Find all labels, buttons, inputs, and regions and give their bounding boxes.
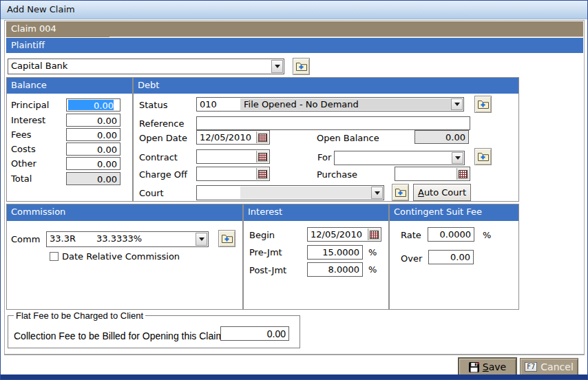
- pre-jmt-label: Pre-Jmt: [249, 247, 282, 257]
- commission-panel-header: Commission: [7, 204, 242, 221]
- chevron-down-icon: [375, 191, 380, 195]
- date-relative-commission-checkbox[interactable]: [50, 252, 59, 261]
- folder-plus-icon: [395, 187, 406, 198]
- open-date-calendar-button[interactable]: [256, 131, 269, 143]
- for-combo-arrow[interactable]: [452, 152, 463, 164]
- comm-code-value: 33.3R: [50, 233, 76, 244]
- over-field[interactable]: 0.00: [428, 250, 474, 264]
- button-bar-separator: [4, 355, 585, 355]
- comm-combo-arrow[interactable]: [196, 233, 207, 246]
- costs-field[interactable]: 0.00: [66, 142, 120, 156]
- claim-tab-bar: Claim 004: [6, 21, 583, 37]
- rate-field[interactable]: 0.0000: [428, 227, 474, 242]
- open-balance-field: 0.00: [414, 130, 469, 144]
- principal-label: Principal: [11, 100, 49, 110]
- open-balance-label: Open Balance: [317, 133, 379, 143]
- status-text-value: File Opened - No Demand: [244, 99, 359, 109]
- calendar-icon: [258, 134, 267, 142]
- chevron-down-icon: [454, 103, 460, 106]
- flat-fee-groupbox: Flat Fee to be Charged to Client Collect…: [8, 315, 300, 348]
- for-combo[interactable]: [334, 151, 465, 165]
- purchase-calendar-button[interactable]: [456, 168, 469, 180]
- add-new-claim-dialog: Add New Claim Claim 004 Plaintiff Capita…: [0, 0, 588, 380]
- date-relative-commission-label: Date Relative Commission: [62, 251, 180, 262]
- interest-field[interactable]: 0.00: [66, 114, 120, 127]
- plaintiff-header-label: Plaintiff: [11, 40, 45, 50]
- reference-label: Reference: [139, 118, 184, 129]
- plaintiff-combo-arrow[interactable]: [271, 60, 283, 73]
- open-date-field[interactable]: 12/05/2010: [196, 130, 270, 145]
- status-code-value: 010: [200, 99, 217, 109]
- charge-off-calendar-button[interactable]: [256, 168, 269, 180]
- pre-jmt-percent-sign: %: [368, 247, 377, 257]
- rate-label: Rate: [401, 230, 421, 240]
- pre-jmt-field[interactable]: 15.0000: [307, 245, 363, 260]
- debt-panel: Debt Status 010 File Opened - No Demand …: [133, 77, 519, 202]
- cancel-button-label: Cancel: [540, 361, 573, 372]
- begin-calendar-button[interactable]: [368, 229, 380, 240]
- collection-fee-field[interactable]: 0.00: [220, 326, 289, 341]
- other-label: Other: [11, 158, 36, 169]
- calendar-icon: [258, 153, 267, 161]
- add-plaintiff-button[interactable]: [293, 58, 310, 75]
- total-field: 0.00: [66, 172, 120, 185]
- balance-panel-header: Balance: [7, 78, 132, 94]
- contingent-header-label: Contingent Suit Fee: [394, 207, 482, 217]
- court-combo-arrow[interactable]: [371, 187, 383, 199]
- post-jmt-label: Post-Jmt: [249, 265, 286, 275]
- folder-plus-icon: [221, 233, 233, 244]
- for-label: For: [317, 152, 331, 162]
- charge-off-date-field[interactable]: [196, 167, 270, 181]
- save-button[interactable]: Save: [459, 358, 516, 376]
- other-field[interactable]: 0.00: [66, 157, 120, 170]
- commission-header-label: Commission: [11, 207, 65, 217]
- over-label: Over: [401, 253, 422, 264]
- court-combo[interactable]: [196, 185, 384, 200]
- costs-label: Costs: [11, 144, 36, 154]
- tab-claim-004[interactable]: Claim 004: [11, 23, 56, 34]
- auto-court-label-first: A: [418, 187, 424, 198]
- begin-date-field[interactable]: 12/05/2010: [307, 227, 381, 242]
- auto-court-button[interactable]: Auto Court: [413, 184, 471, 201]
- plaintiff-combo[interactable]: Capital Bank: [8, 59, 284, 74]
- post-jmt-field[interactable]: 8.0000: [307, 262, 363, 277]
- add-status-button[interactable]: [474, 96, 492, 113]
- reference-field[interactable]: [196, 116, 470, 130]
- interest-header-label: Interest: [248, 207, 282, 217]
- rate-percent-sign: %: [483, 230, 491, 240]
- save-floppy-icon: [469, 362, 479, 372]
- cancel-button[interactable]: F7 Cancel: [520, 358, 578, 376]
- calendar-icon: [370, 231, 379, 239]
- titlebar: Add New Claim: [1, 1, 587, 19]
- commission-panel: Commission Comm 33.3R 33.3333% Date Rela…: [6, 204, 243, 310]
- add-court-button[interactable]: [392, 184, 409, 201]
- begin-date-value: 12/05/2010: [311, 229, 362, 240]
- flat-fee-legend: Flat Fee to be Charged to Client: [14, 310, 145, 321]
- window-title: Add New Claim: [7, 4, 75, 14]
- post-jmt-percent-sign: %: [368, 264, 377, 275]
- chevron-down-icon: [275, 65, 280, 68]
- fees-field[interactable]: 0.00: [66, 128, 120, 141]
- contract-date-field[interactable]: [196, 149, 270, 164]
- add-commission-button[interactable]: [218, 230, 235, 247]
- contract-label: Contract: [139, 152, 178, 162]
- comm-combo[interactable]: 33.3R 33.3333%: [46, 231, 209, 247]
- principal-field[interactable]: 0.00: [66, 98, 120, 112]
- debt-header-label: Debt: [138, 80, 159, 90]
- purchase-date-field[interactable]: [395, 167, 470, 181]
- interest-panel-header: Interest: [244, 204, 388, 221]
- plaintiff-header: Plaintiff: [6, 38, 583, 53]
- begin-label: Begin: [249, 230, 275, 240]
- purchase-label: Purchase: [317, 169, 357, 180]
- add-for-button[interactable]: [474, 148, 492, 165]
- save-button-label: Save: [483, 361, 506, 372]
- contract-calendar-button[interactable]: [256, 151, 269, 162]
- total-label: Total: [11, 173, 32, 184]
- debt-panel-header: Debt: [134, 78, 518, 94]
- collection-fee-label: Collection Fee to be Billed for Opening …: [14, 330, 224, 341]
- interest-label: Interest: [11, 115, 45, 125]
- status-combo[interactable]: 010 File Opened - No Demand: [196, 97, 464, 112]
- status-combo-arrow[interactable]: [451, 98, 463, 110]
- balance-header-label: Balance: [11, 80, 47, 90]
- folder-plus-icon: [477, 151, 489, 162]
